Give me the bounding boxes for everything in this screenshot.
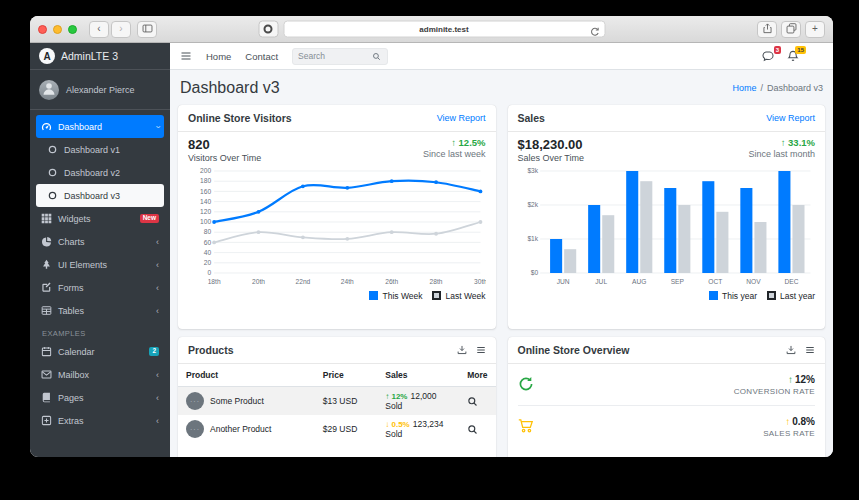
up-arrow-icon: ↑ 12% <box>385 392 407 401</box>
sidebar-item-dashboard-v3[interactable]: Dashboard v3 <box>36 184 164 207</box>
legend-item[interactable]: This Week <box>369 291 422 301</box>
sidebar-item-widgets[interactable]: WidgetsNew <box>36 207 164 230</box>
svg-text:26th: 26th <box>385 278 398 285</box>
product-image: ··· <box>186 392 204 410</box>
browser-forward-button[interactable]: › <box>111 21 131 38</box>
sidebar-item-tables[interactable]: Tables‹ <box>36 299 164 322</box>
bars-icon[interactable] <box>476 345 486 355</box>
grid-menu-icon[interactable] <box>812 51 823 62</box>
browser-back-button[interactable]: ‹ <box>89 21 109 38</box>
product-price: $29 USD <box>315 415 377 443</box>
notifications-badge: 15 <box>795 46 806 54</box>
user-panel[interactable]: Alexander Pierce <box>30 70 170 110</box>
address-bar[interactable]: adminite.test <box>283 21 605 38</box>
calendar-icon <box>41 346 52 357</box>
sidebar-item-ui-elements[interactable]: UI Elements‹ <box>36 253 164 276</box>
adminlte-logo-icon: A <box>39 48 55 64</box>
visitors-view-report-link[interactable]: View Report <box>437 113 486 123</box>
sidebar-item-mailbox[interactable]: Mailbox‹ <box>36 363 164 386</box>
navbar-links: HomeContact <box>206 51 278 62</box>
svg-text:40: 40 <box>204 249 212 256</box>
brand-label: AdminLTE 3 <box>61 50 118 62</box>
search-icon[interactable] <box>372 52 381 61</box>
navbar-link-contact[interactable]: Contact <box>245 51 278 62</box>
svg-text:SEP: SEP <box>670 278 684 285</box>
sidebar-item-dashboard-v1[interactable]: Dashboard v1 <box>36 138 164 161</box>
svg-text:$2k: $2k <box>527 201 538 208</box>
reload-icon[interactable] <box>589 24 600 35</box>
search-input[interactable] <box>298 51 368 61</box>
browser-sidebar-toggle-button[interactable] <box>137 21 157 38</box>
desktop-background: ‹ › adminite.test + A <box>0 0 859 500</box>
navbar-link-home[interactable]: Home <box>206 51 231 62</box>
circle-icon <box>47 167 58 178</box>
bars-icon[interactable] <box>805 345 815 355</box>
legend-item[interactable]: Last year <box>767 291 815 301</box>
products-column-header: Price <box>315 364 377 387</box>
svg-text:60: 60 <box>204 239 212 246</box>
legend-swatch-icon <box>369 291 378 300</box>
share-button[interactable] <box>757 21 777 38</box>
sidebar-item-dashboard-v2[interactable]: Dashboard v2 <box>36 161 164 184</box>
messages-menu[interactable]: 3 <box>762 50 774 62</box>
notifications-menu[interactable]: 15 <box>787 50 799 62</box>
legend-item[interactable]: This year <box>709 291 757 301</box>
cart-icon <box>518 418 534 434</box>
envelope-icon <box>41 369 52 380</box>
sales-delta-note: Since last month <box>748 149 815 159</box>
extension-icon <box>264 25 273 34</box>
svg-text:OCT: OCT <box>708 278 722 285</box>
minimize-window-button[interactable] <box>53 25 62 34</box>
chevron-left-icon: ‹ <box>156 306 159 316</box>
svg-text:100: 100 <box>200 218 211 225</box>
person-icon <box>41 80 57 100</box>
svg-text:140: 140 <box>200 198 211 205</box>
table-row: ···Another Product$29 USD↓ 0.5%123,234 S… <box>178 415 496 443</box>
magnifier-icon[interactable] <box>467 424 478 435</box>
sidebar-item-label: Dashboard v2 <box>64 168 159 178</box>
breadcrumb-home-link[interactable]: Home <box>732 83 756 93</box>
hamburger-icon[interactable] <box>180 50 192 62</box>
sidebar-item-pages[interactable]: Pages‹ <box>36 386 164 409</box>
magnifier-icon[interactable] <box>467 396 478 407</box>
visitors-delta-note: Since last week <box>423 149 486 159</box>
legend-label: This Week <box>382 291 422 301</box>
svg-text:NOV: NOV <box>746 278 761 285</box>
sidebar: A AdminLTE 3 Alexander Pierce Dashboard‹… <box>30 43 170 457</box>
show-tabs-button[interactable] <box>781 21 801 38</box>
up-arrow-icon: ↑ <box>788 374 793 385</box>
sidebar-item-charts[interactable]: Charts‹ <box>36 230 164 253</box>
legend-item[interactable]: Last Week <box>432 291 485 301</box>
sidebar-item-label: Dashboard v1 <box>64 145 159 155</box>
overview-row: ↑0.8%SALES RATE <box>508 406 826 447</box>
svg-text:AUG: AUG <box>632 278 646 285</box>
svg-text:80: 80 <box>204 228 212 235</box>
product-image: ··· <box>186 420 204 438</box>
overview-delta: 12% <box>795 374 815 385</box>
product-price: $13 USD <box>315 387 377 416</box>
sidebar-item-extras[interactable]: Extras‹ <box>36 409 164 432</box>
browser-window: ‹ › adminite.test + A <box>30 16 833 457</box>
product-name: Some Product <box>210 396 264 406</box>
sales-bar-chart: $0$1k$2k$3kJUNJULAUGSEPOCTNOVDEC <box>518 166 816 288</box>
sidebar-item-dashboard[interactable]: Dashboard‹ <box>36 115 164 138</box>
products-card-title: Products <box>188 344 234 356</box>
close-window-button[interactable] <box>38 25 47 34</box>
extension-button[interactable] <box>258 21 278 38</box>
visitors-delta: 12.5% <box>459 137 486 148</box>
sidebar-item-calendar[interactable]: Calendar2 <box>36 340 164 363</box>
plus-square-icon <box>41 415 52 426</box>
zoom-window-button[interactable] <box>68 25 77 34</box>
svg-text:30th: 30th <box>474 278 485 285</box>
sales-view-report-link[interactable]: View Report <box>766 113 815 123</box>
sidebar-item-label: Mailbox <box>58 370 150 380</box>
download-icon[interactable] <box>457 345 467 355</box>
new-tab-button[interactable]: + <box>805 21 825 38</box>
sidebar-item-forms[interactable]: Forms‹ <box>36 276 164 299</box>
brand[interactable]: A AdminLTE 3 <box>30 43 170 70</box>
circle-icon <box>47 144 58 155</box>
page: A AdminLTE 3 Alexander Pierce Dashboard‹… <box>30 43 833 457</box>
download-icon[interactable] <box>786 345 796 355</box>
sidebar-item-label: Charts <box>58 237 150 247</box>
visitors-card: Online Store Visitors View Report 820 Vi… <box>178 105 496 329</box>
